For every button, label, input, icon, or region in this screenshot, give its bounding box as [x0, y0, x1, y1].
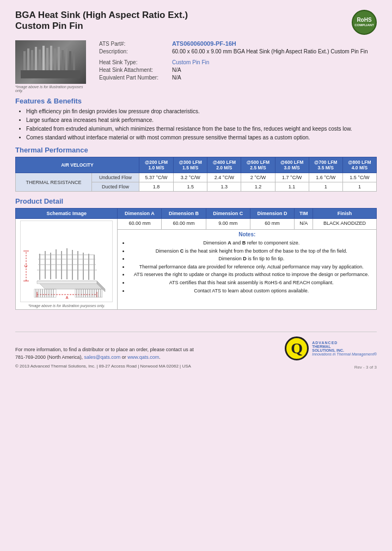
detail-val-c: 9.00 mm [206, 219, 250, 230]
schematic-caption: *Image above is for illustration purpose… [19, 304, 114, 308]
detail-col-tim: TIM [295, 209, 313, 219]
detail-val-finish: BLACK ANODIZED [313, 219, 377, 230]
svg-rect-41 [34, 289, 56, 297]
thermal-cell: 2.4 °C/W [207, 173, 241, 182]
svg-rect-0 [21, 70, 81, 78]
footer-email-link[interactable]: sales@qats.com [84, 354, 121, 360]
thermal-col-300: @300 LFM1.5 M/S [174, 157, 207, 173]
thermal-col-200: @200 LFM1.0 M/S [139, 157, 173, 173]
svg-rect-12 [65, 48, 68, 70]
detail-val-b: 60.00 mm [162, 219, 206, 230]
spec-value-description: 60.00 x 60.00 x 9.00 mm BGA Heat Sink (H… [172, 48, 368, 54]
ats-logo: Q ADVANCED THERMAL SOLUTIONS, INC. Innov… [285, 336, 377, 360]
product-image-block: *Image above is for illustration purpose… [15, 40, 91, 93]
thermal-col-400: @400 LFM2.0 M/S [207, 157, 241, 173]
header-title: BGA Heat Sink (High Aspect Ratio Ext.) C… [15, 10, 188, 32]
thermal-cell: 1 [309, 182, 342, 192]
thermal-col-500: @500 LFM2.5 M/S [241, 157, 275, 173]
thermal-cell: 1.6 °C/W [309, 173, 342, 182]
svg-rect-4 [35, 47, 37, 70]
product-detail-title: Product Detail [15, 197, 377, 205]
note-item: Dimension D is fin tip to fin tip. [129, 255, 373, 262]
detail-col-finish: Finish [313, 209, 377, 219]
spec-value-partnum: ATS060060009-PF-16H [172, 40, 236, 47]
spec-value-equiv: N/A [172, 75, 181, 81]
ats-text: ADVANCED THERMAL SOLUTIONS, INC. Innovat… [312, 341, 377, 356]
spec-value-type: Custom Pin Fin [172, 59, 209, 65]
schematic-image: C A [20, 221, 113, 302]
list-item: Fabricated from extruded aluminum, which… [26, 125, 377, 133]
thermal-unducted-label: Unducted Flow [91, 173, 139, 182]
page: BGA Heat Sink (High Aspect Ratio Ext.) C… [0, 0, 392, 551]
thermal-cell: 1 [342, 182, 376, 192]
thermal-cell: 2 °C/W [241, 173, 275, 182]
svg-rect-5 [39, 50, 41, 70]
detail-val-tim: N/A [295, 219, 313, 230]
thermal-performance-table: AIR VELOCITY @200 LFM1.0 M/S @300 LFM1.5… [15, 157, 377, 192]
thermal-col-800: @800 LFM4.0 M/S [342, 157, 376, 173]
list-item: High efficiency pin fin design provides … [26, 108, 377, 115]
footer-website-link[interactable]: www.qats.com [127, 354, 159, 360]
notes-list: Dimension A and B refer to component siz… [120, 240, 373, 294]
spec-label-partnum: ATS Part#: [99, 41, 170, 47]
svg-rect-3 [31, 50, 33, 70]
info-section: *Image above is for illustration purpose… [15, 40, 377, 93]
spec-label-description: Description: [99, 48, 170, 54]
note-item: Dimension C is the heat sink height from… [129, 248, 373, 255]
svg-text:A: A [66, 296, 69, 299]
note-item: ATS reserves the right to update or chan… [129, 271, 373, 278]
spec-row-type: Heat Sink Type: Custom Pin Fin [99, 59, 377, 65]
thermal-performance-title: Thermal Performance [15, 146, 377, 154]
svg-rect-10 [58, 47, 60, 70]
spec-value-attachment: N/A [172, 67, 181, 73]
thermal-col-600: @600 LFM3.0 M/S [275, 157, 309, 173]
svg-rect-7 [46, 48, 48, 70]
thermal-ducted-label: Ducted Flow [91, 182, 139, 192]
svg-rect-11 [62, 50, 64, 70]
thermal-cell: 1.5 °C/W [342, 173, 376, 182]
footer: For more information, to find a distribu… [15, 332, 377, 370]
note-item: Dimension A and B refer to component siz… [129, 240, 373, 247]
product-detail-table: Schematic Image Dimension A Dimension B … [15, 208, 377, 310]
rohs-badge: RoHS COMPLIANT [352, 10, 377, 35]
detail-col-schematic: Schematic Image [16, 209, 118, 219]
thermal-cell: 1.7 °C/W [275, 173, 309, 182]
spec-label-attachment: Heat Sink Attachment: [99, 67, 170, 73]
thermal-cell: 5.37 °C/W [139, 173, 173, 182]
thermal-cell: 1.3 [207, 182, 241, 192]
detail-col-b: Dimension B [162, 209, 206, 219]
thermal-cell: 3.2 °C/W [174, 173, 207, 182]
svg-marker-17 [37, 281, 97, 284]
note-item: ATS certifies that this heat sink assemb… [129, 279, 373, 286]
product-specs: ATS Part#: ATS060060009-PF-16H Descripti… [99, 40, 377, 93]
notes-title: Notes: [120, 231, 373, 237]
thermal-cell: 1.1 [275, 182, 309, 192]
spec-row-partnum: ATS Part#: ATS060060009-PF-16H [99, 40, 377, 47]
features-title: Features & Benefits [15, 97, 377, 105]
svg-rect-14 [73, 52, 75, 70]
footer-contact: For more information, to find a distribu… [15, 346, 194, 361]
spec-row-equiv: Equivalent Part Number: N/A [99, 75, 377, 81]
note-item: Contact ATS to learn about custom option… [129, 287, 373, 295]
product-image-caption: *Image above is for illustration purpose… [15, 85, 91, 93]
page-number: Rev - 3 of 3 [354, 365, 377, 370]
thermal-cell: 1.8 [139, 182, 173, 192]
footer-left: For more information, to find a distribu… [15, 346, 194, 370]
notes-cell: Notes: Dimension A and B refer to compon… [118, 230, 377, 310]
page-title: BGA Heat Sink (High Aspect Ratio Ext.) C… [15, 10, 188, 32]
schematic-image-cell: C A [16, 219, 118, 310]
thermal-col-airvelocity: AIR VELOCITY [16, 157, 139, 173]
detail-col-c: Dimension C [206, 209, 250, 219]
detail-col-d: Dimension D [250, 209, 294, 219]
list-item: Large surface area increases heat sink p… [26, 117, 377, 124]
spec-row-attachment: Heat Sink Attachment: N/A [99, 67, 377, 73]
spec-row-description: Description: 60.00 x 60.00 x 9.00 mm BGA… [99, 48, 377, 54]
svg-text:C: C [24, 265, 28, 267]
product-image [15, 40, 86, 84]
footer-copyright: © 2013 Advanced Thermal Solutions, Inc. … [15, 363, 194, 370]
ats-q-icon: Q [285, 336, 309, 360]
detail-col-a: Dimension A [118, 209, 162, 219]
features-list: High efficiency pin fin design provides … [15, 108, 377, 142]
svg-rect-1 [23, 51, 26, 70]
thermal-col-700: @700 LFM3.5 M/S [309, 157, 342, 173]
